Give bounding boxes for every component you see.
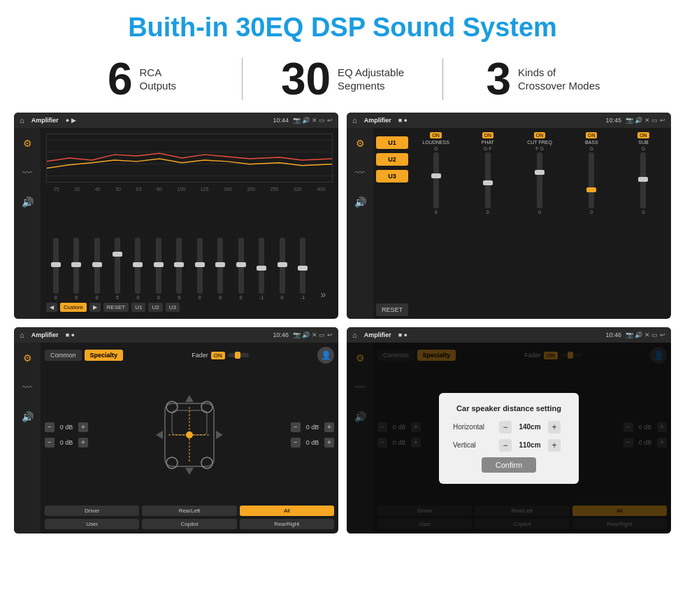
loudness-g: G [434, 146, 438, 151]
horizontal-minus[interactable]: − [499, 421, 512, 434]
screen1-title: Amplifier [31, 117, 59, 124]
bass-slider[interactable] [589, 152, 594, 208]
wave-icon[interactable]: 〰 [17, 163, 37, 182]
eq-icon2[interactable]: ⚙ [350, 134, 370, 153]
cutfreq-on[interactable]: ON [534, 132, 546, 138]
btn-rearleft[interactable]: RearLeft [142, 506, 236, 516]
eq-prev-btn[interactable]: ◀ [46, 303, 57, 312]
vertical-plus[interactable]: + [548, 439, 561, 452]
speaker-icon[interactable]: 🔊 [17, 192, 37, 212]
screen1-sidebar: ⚙ 〰 🔊 [14, 128, 41, 319]
screen1-status-dots: ● ▶ [66, 117, 76, 124]
eq-custom-btn[interactable]: Custom [60, 303, 87, 312]
eq-u1-btn[interactable]: U1 [131, 303, 145, 312]
screen3-bottom-btns[interactable]: Driver RearLeft All User Copilot RearRig… [45, 506, 334, 529]
db-plus-1[interactable]: + [78, 422, 88, 432]
screen2-title: Amplifier [364, 117, 391, 124]
channel-phat: ON PHAT G F 0 [463, 131, 512, 316]
db-minus-2[interactable]: − [45, 438, 55, 447]
db-plus-4[interactable]: + [324, 438, 334, 447]
db-minus-4[interactable]: − [291, 438, 301, 447]
db-plus-2[interactable]: + [78, 438, 88, 447]
home-icon2[interactable]: ⌂ [352, 116, 357, 124]
home-icon4[interactable]: ⌂ [352, 331, 357, 339]
fader-on-btn[interactable]: ON [211, 352, 225, 359]
db-val-4: 0 dB [303, 439, 322, 446]
sub-slider[interactable] [640, 152, 646, 208]
screen-speaker: ⌂ Amplifier ■ ● 10:46 📷 🔊 ✕ ▭ ↩ ⚙ 〰 🔊 Co… [14, 327, 338, 533]
svg-marker-10 [185, 468, 194, 475]
stat-crossover-number: 3 [486, 57, 511, 101]
eq-sliders[interactable]: 0 0 0 5 0 0 0 0 0 0 -1 0 -1 » [46, 196, 333, 300]
home-icon[interactable]: ⌂ [20, 116, 24, 124]
btn-driver[interactable]: Driver [45, 506, 139, 516]
loudness-on[interactable]: ON [430, 132, 442, 138]
sub-label: SUB [638, 140, 648, 145]
loudness-val: 0 [435, 210, 438, 215]
db-plus-3[interactable]: + [324, 422, 334, 432]
svg-marker-9 [185, 395, 194, 402]
sub-g: G [642, 146, 645, 151]
confirm-button[interactable]: Confirm [482, 457, 537, 473]
eq-icon3[interactable]: ⚙ [17, 348, 37, 368]
loudness-label: LOUDNESS [422, 140, 449, 145]
screen3-sidebar: ⚙ 〰 🔊 [14, 343, 41, 533]
screen3-main: Common Specialty Fader ON 👤 [41, 343, 338, 533]
eq-u3-btn[interactable]: U3 [166, 303, 180, 312]
preset-u2[interactable]: U2 [376, 153, 408, 166]
screen4-time: 10:46 [605, 331, 621, 338]
horizontal-value: 140cm [516, 423, 544, 431]
avatar-btn[interactable]: 👤 [317, 347, 334, 364]
screen-amplifier: ⌂ Amplifier ■ ● 10:45 📷 🔊 ✕ ▭ ↩ ⚙ 〰 🔊 U1… [347, 113, 671, 319]
sub-on[interactable]: ON [637, 132, 649, 138]
screen3-status: ■ ● [66, 331, 75, 338]
sub-val: 0 [642, 210, 644, 215]
dialog-overlay: Car speaker distance setting Horizontal … [347, 343, 671, 533]
eq-freq-labels: 253240506380100125160200250320400 [46, 187, 333, 192]
vertical-minus[interactable]: − [499, 439, 512, 452]
screen1-topbar: ⌂ Amplifier ● ▶ 10:44 📷 🔊 ✕ ▭ ↩ [14, 113, 338, 128]
cutfreq-val: 0 [538, 210, 541, 215]
dialog-vertical-row: Vertical − 110cm + [453, 439, 565, 452]
stat-eq-label: EQ AdjustableSegments [338, 66, 404, 93]
btn-rearright[interactable]: RearRight [240, 519, 334, 529]
horizontal-label: Horizontal [453, 423, 495, 431]
horizontal-plus[interactable]: + [548, 421, 561, 434]
loudness-slider[interactable] [433, 152, 439, 208]
db-val-3: 0 dB [303, 424, 322, 431]
btn-copilot[interactable]: Copilot [142, 519, 236, 529]
db-minus-3[interactable]: − [291, 422, 301, 432]
dialog-title: Car speaker distance setting [453, 404, 565, 413]
cutfreq-slider[interactable] [537, 152, 542, 208]
wave-icon2[interactable]: 〰 [350, 163, 370, 182]
screen3-tabs[interactable]: Common Specialty [45, 350, 123, 361]
btn-all[interactable]: All [240, 506, 334, 516]
speaker-icon2[interactable]: 🔊 [350, 192, 370, 212]
page-title: Buith-in 30EQ DSP Sound System [0, 0, 685, 51]
db-minus-1[interactable]: − [45, 422, 55, 432]
wave-icon3[interactable]: 〰 [17, 378, 37, 397]
preset-u1[interactable]: U1 [376, 136, 408, 149]
eq-play-btn[interactable]: ▶ [89, 303, 101, 312]
eq-icon[interactable]: ⚙ [17, 134, 37, 153]
eq-reset-btn[interactable]: RESET [103, 303, 129, 312]
stat-crossover-label: Kinds ofCrossover Modes [518, 66, 600, 93]
dialog-box: Car speaker distance setting Horizontal … [439, 393, 579, 484]
phat-on[interactable]: ON [482, 132, 494, 138]
home-icon3[interactable]: ⌂ [20, 331, 24, 339]
eq-bottom-bar[interactable]: ◀ Custom ▶ RESET U1 U2 U3 [46, 300, 333, 313]
vertical-label: Vertical [453, 441, 495, 449]
tab-specialty[interactable]: Specialty [85, 350, 124, 361]
eq-u2-btn[interactable]: U2 [148, 303, 162, 312]
tab-common[interactable]: Common [45, 350, 82, 361]
phat-slider[interactable] [485, 152, 491, 208]
btn-user[interactable]: User [45, 519, 139, 529]
phat-label: PHAT [482, 140, 494, 145]
screen4-title: Amplifier [364, 331, 391, 338]
bass-on[interactable]: ON [586, 132, 598, 138]
reset-btn[interactable]: RESET [376, 303, 408, 316]
speaker-icon3[interactable]: 🔊 [17, 407, 37, 427]
cutfreq-label: CUT FREQ [527, 140, 552, 145]
phat-val: 0 [486, 210, 489, 215]
preset-u3[interactable]: U3 [376, 170, 408, 182]
